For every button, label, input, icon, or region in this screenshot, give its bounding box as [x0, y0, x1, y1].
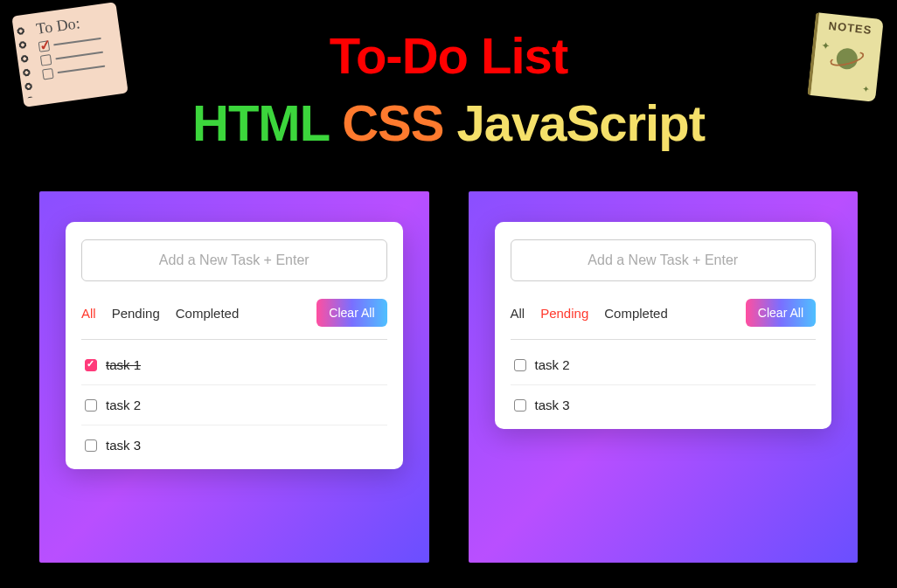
task-label: task 1 [106, 357, 141, 372]
filter-pending[interactable]: Pending [540, 306, 588, 321]
task-item: task 1 [81, 345, 387, 385]
task-checkbox[interactable] [514, 359, 526, 371]
task-label: task 3 [535, 398, 570, 412]
todo-app-right: All Pending Completed Clear All task 2 t… [495, 222, 832, 429]
task-label: task 2 [106, 398, 141, 412]
label-css: CSS [342, 94, 443, 151]
clear-all-button[interactable]: Clear All [316, 299, 386, 327]
task-item: task 2 [81, 385, 387, 425]
label-html: HTML [192, 94, 329, 151]
app-card-left: All Pending Completed Clear All task 1 t… [39, 191, 429, 563]
task-item: task 2 [511, 345, 817, 385]
sticker-notes-icon: NOTES ✦ ✦ [807, 12, 884, 102]
clear-all-button[interactable]: Clear All [746, 299, 816, 327]
task-checkbox[interactable] [85, 399, 97, 412]
app-card-right: All Pending Completed Clear All task 2 t… [469, 191, 859, 563]
task-checkbox[interactable] [514, 399, 526, 412]
task-checkbox[interactable] [85, 439, 97, 452]
task-checkbox[interactable] [85, 359, 97, 371]
new-task-input[interactable] [81, 239, 387, 281]
task-list: task 1 task 2 task 3 [81, 345, 387, 465]
new-task-input[interactable] [511, 239, 817, 281]
task-label: task 2 [535, 357, 570, 372]
filter-all[interactable]: All [81, 306, 96, 321]
task-list: task 2 task 3 [511, 345, 817, 425]
sticker-notes-label: NOTES [823, 18, 878, 37]
sticker-todo-icon: To Do: [11, 2, 128, 107]
todo-app-left: All Pending Completed Clear All task 1 t… [66, 222, 403, 469]
hero-header: To-Do List HTML CSS JavaScript [0, 0, 897, 152]
filter-pending[interactable]: Pending [112, 306, 160, 321]
label-javascript: JavaScript [457, 94, 705, 151]
title-tech-stack: HTML CSS JavaScript [0, 93, 897, 152]
filter-completed[interactable]: Completed [604, 306, 668, 321]
task-label: task 3 [106, 438, 141, 453]
title-todo-list: To-Do List [0, 26, 897, 85]
task-item: task 3 [511, 385, 817, 425]
filter-completed[interactable]: Completed [176, 306, 240, 321]
filter-all[interactable]: All [511, 306, 525, 321]
task-item: task 3 [81, 425, 387, 465]
